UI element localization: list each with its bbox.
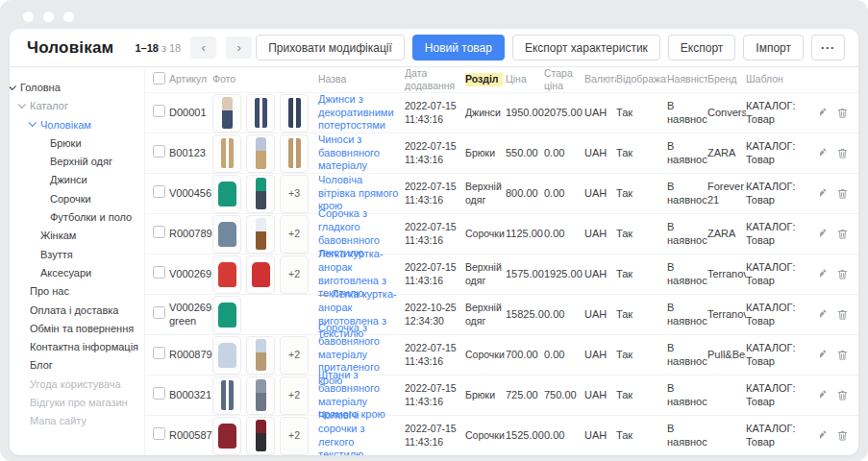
header-article[interactable]: Артикул [169,73,212,85]
sidebar-item-5[interactable]: Джинси [10,171,144,189]
product-thumbnail[interactable] [212,336,241,375]
row-checkbox[interactable] [153,145,165,158]
edit-icon[interactable] [820,228,828,240]
more-actions-button[interactable]: ··· [811,35,845,61]
sidebar-item-0[interactable]: Головна [10,79,144,97]
delete-icon[interactable] [836,349,849,361]
row-checkbox[interactable] [153,427,165,440]
hide-modifications-button[interactable]: Приховати модифікації [256,35,405,61]
new-product-button[interactable]: Новий товар [412,35,505,61]
product-thumbnail[interactable] [246,134,275,173]
window-dot-expand-icon[interactable] [63,12,74,22]
sidebar-item-2[interactable]: Чоловікам [10,116,144,134]
product-thumbnail[interactable] [212,417,241,455]
delete-icon[interactable] [836,228,849,240]
header-date[interactable]: Дата додавання [405,67,465,92]
more-photos-badge[interactable]: +3 [280,175,309,213]
product-thumbnail[interactable] [246,336,275,375]
row-checkbox[interactable] [153,266,165,279]
sidebar-item-10[interactable]: Аксесуари [10,264,144,282]
header-old-price[interactable]: Стара ціна [544,67,584,92]
header-section-sorted[interactable]: Розділ [465,73,503,86]
sidebar-item-15[interactable]: Блог [10,356,144,375]
sidebar-item-3[interactable]: Брюки [10,134,144,153]
product-thumbnail[interactable] [212,134,241,173]
sidebar-item-16[interactable]: Угода користувача [10,376,144,394]
sidebar-item-12[interactable]: Оплата і доставка [10,302,144,320]
sidebar-item-14[interactable]: Контактна інформація [10,338,144,356]
sidebar-item-6[interactable]: Сорочки [10,190,144,208]
more-photos-badge[interactable]: +2 [280,215,309,254]
product-name-link[interactable]: Джинси з декоративними потертостями [318,93,394,132]
delete-icon[interactable] [836,187,849,200]
more-photos-badge[interactable]: +2 [280,376,309,415]
sidebar-item-17[interactable]: Відгуки про магазин [10,394,144,412]
sidebar-item-7[interactable]: Футболки и поло [10,208,144,227]
delete-icon[interactable] [836,147,849,159]
header-photo[interactable]: Фото [212,73,318,85]
product-name-link[interactable]: Чоловіча вітрівка прямого крою [318,174,398,212]
row-checkbox[interactable] [153,387,165,400]
product-thumbnail[interactable] [212,376,241,415]
sidebar-item-18[interactable]: Мапа сайту [10,412,144,430]
sidebar-item-9[interactable]: Взуття [10,246,144,264]
header-display[interactable]: Відображати [616,73,667,85]
product-thumbnail[interactable] [212,215,241,254]
header-brand[interactable]: Бренд [707,73,746,85]
delete-icon[interactable] [836,429,849,442]
product-thumbnail[interactable] [246,215,275,254]
product-thumbnail[interactable] [246,417,275,455]
sidebar-item-8[interactable]: Жінкам [10,227,144,245]
product-name-link[interactable]: Чоловічі сорочки з легкого текстилю [318,409,365,455]
display-cell: Так [616,389,667,402]
header-name[interactable]: Назва [318,73,405,85]
header-template[interactable]: Шаблон [746,73,820,85]
product-thumbnail[interactable] [212,255,241,294]
more-photos-badge[interactable]: +2 [280,255,309,294]
edit-icon[interactable] [820,187,828,200]
edit-icon[interactable] [820,349,828,361]
product-thumbnail[interactable] [246,175,275,213]
row-checkbox[interactable] [153,185,165,198]
header-availability[interactable]: Наявність [667,73,707,85]
select-all-checkbox[interactable] [153,72,165,85]
edit-icon[interactable] [820,429,828,442]
row-checkbox[interactable] [153,306,165,319]
prev-page-button[interactable]: ‹ [190,36,216,59]
delete-icon[interactable] [836,268,849,280]
product-name-link[interactable]: Чиноси з бавовняного матеріалу [318,133,380,172]
product-thumbnail[interactable] [212,296,241,334]
edit-icon[interactable] [820,389,828,401]
row-checkbox[interactable] [153,347,165,359]
edit-icon[interactable] [820,107,828,119]
sidebar-item-13[interactable]: Обмін та повернення [10,320,144,338]
product-thumbnail[interactable] [246,255,275,294]
product-thumbnail[interactable] [212,175,241,213]
next-page-button[interactable]: › [226,36,252,59]
row-checkbox[interactable] [153,226,165,238]
export-characteristics-button[interactable]: Експорт характеристик [512,35,660,61]
header-price[interactable]: Ціна [506,73,544,85]
more-photos-badge[interactable]: +2 [280,417,309,455]
product-thumbnail[interactable] [246,94,275,133]
delete-icon[interactable] [836,308,849,321]
edit-icon[interactable] [820,268,828,280]
sidebar-item-11[interactable]: Про нас [10,282,144,301]
header-currency[interactable]: Валюта [584,73,616,85]
delete-icon[interactable] [836,389,849,401]
product-thumbnail[interactable] [212,94,241,133]
import-button[interactable]: Імпорт [743,35,804,61]
edit-icon[interactable] [820,147,828,159]
delete-icon[interactable] [836,107,849,119]
window-dot-close-icon[interactable] [23,12,34,22]
product-thumbnail[interactable] [246,376,275,415]
row-checkbox[interactable] [153,105,165,117]
product-thumbnail[interactable] [280,134,309,173]
sidebar-item-1[interactable]: Каталог [10,97,144,115]
export-button[interactable]: Експорт [668,35,735,61]
window-dot-minimize-icon[interactable] [43,12,54,22]
product-thumbnail[interactable] [280,94,309,133]
more-photos-badge[interactable]: +2 [280,336,309,375]
sidebar-item-4[interactable]: Верхній одяг [10,153,144,171]
edit-icon[interactable] [820,308,828,321]
